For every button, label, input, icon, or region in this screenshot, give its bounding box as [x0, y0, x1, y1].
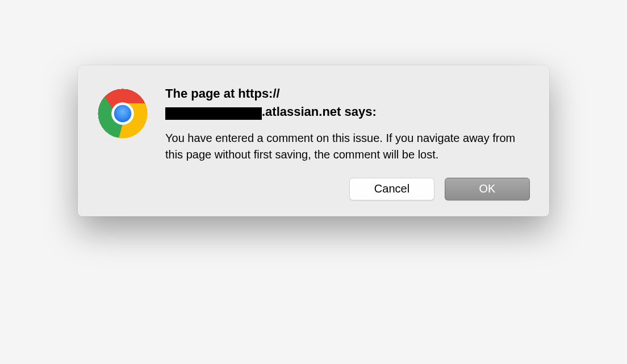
ok-button[interactable]: OK — [445, 178, 530, 200]
dialog-title-line1: The page at https:// — [165, 85, 530, 103]
svg-point-5 — [114, 105, 132, 123]
dialog-buttons: Cancel OK — [97, 178, 530, 200]
dialog-title-line2: .atlassian.net says: — [165, 103, 530, 121]
dialog-content: The page at https:// .atlassian.net says… — [165, 85, 530, 163]
dialog-title: The page at https:// .atlassian.net says… — [165, 85, 530, 121]
alert-dialog: The page at https:// .atlassian.net says… — [78, 65, 549, 216]
cancel-button[interactable]: Cancel — [349, 178, 434, 200]
dialog-message: You have entered a comment on this issue… — [165, 130, 530, 163]
dialog-title-suffix: .atlassian.net says: — [262, 103, 377, 121]
chrome-icon — [97, 88, 148, 139]
redacted-domain — [165, 107, 262, 120]
dialog-body: The page at https:// .atlassian.net says… — [97, 85, 530, 163]
